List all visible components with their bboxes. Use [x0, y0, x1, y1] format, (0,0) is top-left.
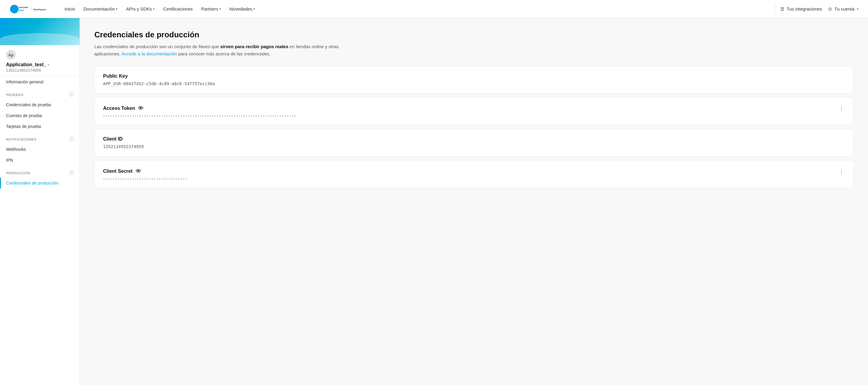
credential-header-1: Access Token👁⋮: [103, 105, 845, 112]
credential-value-3: •••••••••••••••••••••••••••••••••••: [103, 177, 845, 181]
sidebar-banner-wave: [0, 33, 80, 45]
sidebar-item-credenciales-produccion[interactable]: Credenciales de producción: [0, 178, 80, 188]
app-name-container: Application_test_ ›: [6, 62, 73, 67]
app-id: 1352114952374959: [6, 68, 73, 73]
credentials-container: Public KeyAPP_USR-09427d52-c5db-4c89-a0c…: [94, 66, 854, 188]
sidebar-navigation: Información general PRUEBAS ⓘ Credencial…: [0, 76, 80, 195]
app-chevron-icon[interactable]: ›: [48, 63, 49, 67]
sidebar: Ap Application_test_ › 1352114952374959 …: [0, 18, 80, 385]
credential-label-3: Client Secret👁: [103, 168, 141, 175]
nav-novedades[interactable]: Novedades ▾: [226, 4, 258, 14]
notificaciones-info-icon[interactable]: ⓘ: [69, 137, 74, 142]
nav-partners-chevron: ▾: [219, 7, 221, 10]
pruebas-info-icon[interactable]: ⓘ: [69, 92, 74, 98]
sidebar-item-cuentas-prueba[interactable]: Cuentas de prueba: [0, 110, 80, 121]
main-layout: Ap Application_test_ › 1352114952374959 …: [0, 18, 868, 385]
sidebar-item-tarjetas-prueba[interactable]: Tarjetas de prueba: [0, 121, 80, 132]
nav-links: Inicio Documentación ▾ APIs y SDKs ▾ Cer…: [61, 4, 770, 14]
credential-value-0: APP_USR-09427d52-c5db-4c89-a0c6-547f57ec…: [103, 81, 845, 86]
credential-card-0: Public KeyAPP_USR-09427d52-c5db-4c89-a0c…: [94, 66, 854, 94]
credential-card-3: Client Secret👁⋮•••••••••••••••••••••••••…: [94, 160, 854, 188]
more-options-icon-1[interactable]: ⋮: [838, 105, 845, 112]
credential-label-2: Client ID: [103, 136, 123, 142]
produccion-info-icon[interactable]: ⓘ: [69, 170, 74, 176]
svg-point-0: [10, 4, 19, 13]
nav-certificaciones[interactable]: Certificaciones: [159, 4, 196, 14]
doc-link[interactable]: Accede a la documentación: [121, 51, 177, 56]
logo-container[interactable]: mercado pago | Developers: [10, 4, 49, 14]
sidebar-section-produccion: PRODUCCIÓN ⓘ: [0, 166, 80, 178]
sidebar-item-informacion-general[interactable]: Información general: [0, 76, 80, 87]
sidebar-item-credenciales-prueba[interactable]: Credenciales de prueba: [0, 99, 80, 110]
eye-icon-3[interactable]: 👁: [135, 168, 141, 175]
sidebar-banner: [0, 18, 80, 45]
page-title: Credenciales de producción: [94, 30, 854, 39]
nav-partners[interactable]: Partners ▾: [198, 4, 225, 14]
nav-inicio[interactable]: Inicio: [61, 4, 79, 14]
svg-text:|: |: [32, 7, 32, 10]
credential-label-0: Public Key: [103, 73, 128, 79]
tu-cuenta-link[interactable]: ⊙ Tu cuenta ▾: [828, 6, 858, 12]
credential-label-1: Access Token👁: [103, 105, 144, 112]
svg-text:Developers: Developers: [33, 8, 46, 10]
nav-apis-sdks[interactable]: APIs y SDKs ▾: [122, 4, 158, 14]
svg-text:mercado: mercado: [19, 6, 28, 9]
app-name: Application_test_: [6, 62, 46, 67]
credential-header-0: Public Key: [103, 73, 845, 79]
nav-documentacion[interactable]: Documentación ▾: [80, 4, 121, 14]
credential-card-2: Client ID1352114952374959: [94, 129, 854, 156]
top-navigation: mercado pago | Developers Inicio Documen…: [0, 0, 868, 18]
credential-value-1: ••••••••••••••••••••••••••••••••••••••••…: [103, 114, 845, 118]
eye-icon-1[interactable]: 👁: [138, 105, 144, 112]
more-options-icon-3[interactable]: ⋮: [838, 168, 845, 175]
sidebar-item-webhooks[interactable]: Webhooks: [0, 144, 80, 155]
account-icon: ⊙: [828, 6, 832, 12]
avatar: Ap: [6, 50, 16, 60]
sidebar-app-info: Ap Application_test_ › 1352114952374959: [0, 45, 80, 76]
sidebar-section-notificaciones: NOTIFICACIONES ⓘ: [0, 132, 80, 144]
credential-value-2: 1352114952374959: [103, 144, 845, 149]
sidebar-item-ipn[interactable]: IPN: [0, 155, 80, 166]
svg-text:pago: pago: [19, 9, 24, 11]
tus-integraciones-link[interactable]: ☰ Tus integraciones: [780, 6, 822, 12]
main-content: Credenciales de producción Las credencia…: [80, 18, 868, 385]
page-description: Las credenciales de producción son un co…: [94, 43, 366, 58]
account-chevron: ▾: [857, 7, 858, 10]
nav-novedades-chevron: ▾: [253, 7, 255, 10]
credential-card-1: Access Token👁⋮••••••••••••••••••••••••••…: [94, 97, 854, 125]
credential-header-2: Client ID: [103, 136, 845, 142]
sidebar-section-pruebas: PRUEBAS ⓘ: [0, 87, 80, 99]
nav-apis-chevron: ▾: [153, 7, 155, 10]
nav-documentacion-chevron: ▾: [116, 7, 118, 10]
topnav-right: ☰ Tus integraciones ⊙ Tu cuenta ▾: [780, 6, 858, 12]
integraciones-icon: ☰: [780, 6, 784, 12]
credential-header-3: Client Secret👁⋮: [103, 168, 845, 175]
